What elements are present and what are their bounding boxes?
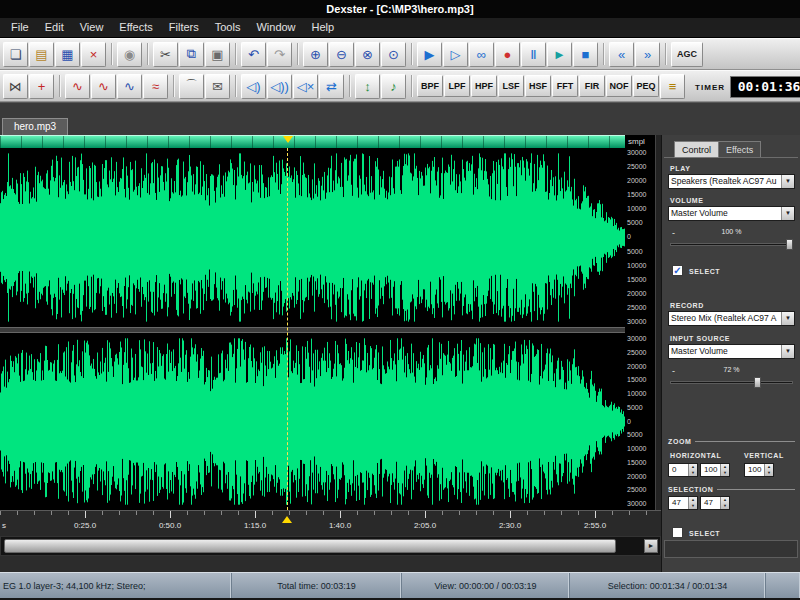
mail-button[interactable]: ✉ — [205, 74, 230, 99]
play-all-button[interactable]: ▷ — [443, 42, 468, 67]
volume-percent: 100 % — [668, 228, 795, 235]
playhead-bottom-marker-icon[interactable] — [282, 511, 292, 523]
cd-audio-button[interactable]: ◉ — [117, 42, 142, 67]
menu-window[interactable]: Window — [248, 18, 303, 37]
stop-button[interactable]: ■ — [573, 42, 598, 67]
cut-button[interactable]: ✂ — [153, 42, 178, 67]
skip-forward-button[interactable]: » — [635, 42, 660, 67]
expand-vertical-button[interactable]: ↕ — [355, 74, 380, 99]
agc-button[interactable]: AGC — [671, 42, 703, 67]
wave-invert-button[interactable]: ∿ — [91, 74, 116, 99]
spin-down-icon[interactable]: ▼ — [721, 470, 729, 476]
zoom-all-button[interactable]: ⊙ — [381, 42, 406, 67]
volume-slider[interactable] — [670, 239, 793, 250]
wave-edit-button[interactable]: ∿ — [65, 74, 90, 99]
dropdown-arrow-icon[interactable]: ▼ — [781, 312, 794, 325]
spin-down-icon[interactable]: ▼ — [765, 470, 773, 476]
fir-filter-button[interactable]: FIR — [579, 75, 605, 97]
speaker-mute-button[interactable]: ◁× — [293, 74, 318, 99]
spinner-arrows[interactable]: ▲▼ — [720, 497, 729, 509]
waveform-channel-left[interactable] — [0, 148, 625, 327]
close-button[interactable]: × — [81, 42, 106, 67]
spinner-arrows[interactable]: ▲▼ — [720, 464, 729, 476]
new-file-button[interactable]: ❏ — [3, 42, 28, 67]
save-button[interactable]: ▦ — [55, 42, 80, 67]
loop-button[interactable]: ∞ — [469, 42, 494, 67]
document-tab[interactable]: hero.mp3 — [2, 118, 68, 135]
menu-tools[interactable]: Tools — [207, 18, 249, 37]
hsf-filter-button[interactable]: HSF — [525, 75, 551, 97]
undo-button[interactable]: ↶ — [241, 42, 266, 67]
fft-filter-button[interactable]: FFT — [552, 75, 578, 97]
input-source-select[interactable]: Master Volume▼ — [668, 344, 795, 359]
slider-thumb[interactable] — [786, 239, 793, 250]
input-slider[interactable] — [670, 377, 793, 388]
zoom-in-button[interactable]: ⊕ — [303, 42, 328, 67]
slider-thumb[interactable] — [754, 377, 761, 388]
wave-smooth-button[interactable]: ≈ — [143, 74, 168, 99]
horizontal-scrollbar-thumb[interactable] — [4, 539, 616, 553]
volume-select[interactable]: Master Volume▼ — [668, 206, 795, 221]
spin-down-icon[interactable]: ▼ — [689, 470, 697, 476]
menu-filters[interactable]: Filters — [161, 18, 207, 37]
selection-select-checkbox[interactable] — [672, 527, 683, 538]
nof-filter-button[interactable]: NOF — [606, 75, 632, 97]
swap-arrows-button[interactable]: ⇄ — [319, 74, 344, 99]
play-button[interactable]: ▶ — [417, 42, 442, 67]
equalizer-button[interactable]: ≡ — [660, 74, 685, 99]
spinner-arrows[interactable]: ▲▼ — [688, 464, 697, 476]
dropdown-arrow-icon[interactable]: ▼ — [781, 345, 794, 358]
paste-button[interactable]: ▣ — [205, 42, 230, 67]
envelope-button[interactable]: ⌒ — [179, 74, 204, 99]
tab-effects[interactable]: Effects — [719, 141, 761, 158]
spin-down-icon[interactable]: ▼ — [721, 503, 729, 509]
copy-button[interactable]: ⧉ — [179, 42, 204, 67]
lpf-filter-button[interactable]: LPF — [444, 75, 470, 97]
pause-button[interactable]: Ⅱ — [521, 42, 546, 67]
wave-amplify-button[interactable]: ∿ — [117, 74, 142, 99]
zoom-out-button[interactable]: ⊖ — [329, 42, 354, 67]
speaker-out-button[interactable]: ◁) — [241, 74, 266, 99]
selection-start-spinner[interactable]: 47▲▼ — [668, 496, 698, 510]
dropdown-arrow-icon[interactable]: ▼ — [781, 175, 794, 188]
speaker-wave-button[interactable]: ◁)) — [267, 74, 292, 99]
open-folder-button[interactable]: ▤ — [29, 42, 54, 67]
peq-filter-button[interactable]: PEQ — [633, 75, 659, 97]
play-device-select[interactable]: Speakers (Realtek AC97 Au▼ — [668, 174, 795, 189]
redo-button[interactable]: ↷ — [267, 42, 292, 67]
selection-end-spinner[interactable]: 47▲▼ — [700, 496, 730, 510]
menu-help[interactable]: Help — [304, 18, 343, 37]
spinner-arrows[interactable]: ▲▼ — [764, 464, 773, 476]
zoom-horizontal-start-spinner[interactable]: 0▲▼ — [668, 463, 698, 477]
zoom-selection-button[interactable]: ⊗ — [355, 42, 380, 67]
lsf-filter-button[interactable]: LSF — [498, 75, 524, 97]
play-selection-button[interactable]: ► — [547, 42, 572, 67]
play-select-checkbox[interactable]: ✓ — [672, 265, 683, 276]
menu-effects[interactable]: Effects — [111, 18, 160, 37]
tab-control[interactable]: Control — [674, 141, 719, 158]
hpf-filter-button[interactable]: HPF — [471, 75, 497, 97]
bpf-filter-button[interactable]: BPF — [417, 75, 443, 97]
timeline-label: 2:05.0 — [414, 521, 436, 530]
menu-file[interactable]: File — [3, 18, 37, 37]
spinner-arrows[interactable]: ▲▼ — [688, 497, 697, 509]
music-note-button[interactable]: ♪ — [381, 74, 406, 99]
menu-edit[interactable]: Edit — [37, 18, 72, 37]
record-device-select[interactable]: Stereo Mix (Realtek AC97 A▼ — [668, 311, 795, 326]
record-button[interactable]: ● — [495, 42, 520, 67]
menu-view[interactable]: View — [72, 18, 112, 37]
skip-back-button[interactable]: « — [609, 42, 634, 67]
position-ruler[interactable] — [0, 135, 625, 148]
timeline[interactable]: s 0:25.00:50.01:15.01:40.02:05.02:30.02:… — [0, 510, 661, 536]
marker-button[interactable]: + — [29, 74, 54, 99]
waveform-channel-right[interactable] — [0, 333, 625, 510]
dropdown-arrow-icon[interactable]: ▼ — [781, 207, 794, 220]
playhead-top-marker-icon[interactable] — [283, 136, 293, 148]
scroll-right-icon[interactable]: ► — [644, 539, 658, 553]
zoom-vertical-spinner[interactable]: 100▲▼ — [744, 463, 774, 477]
zoom-horizontal-end-spinner[interactable]: 100▲▼ — [700, 463, 730, 477]
amplitude-label: 15000 — [627, 376, 654, 383]
horizontal-scrollbar[interactable]: ► — [0, 536, 661, 556]
split-button[interactable]: ⋈ — [3, 74, 28, 99]
spin-down-icon[interactable]: ▼ — [689, 503, 697, 509]
